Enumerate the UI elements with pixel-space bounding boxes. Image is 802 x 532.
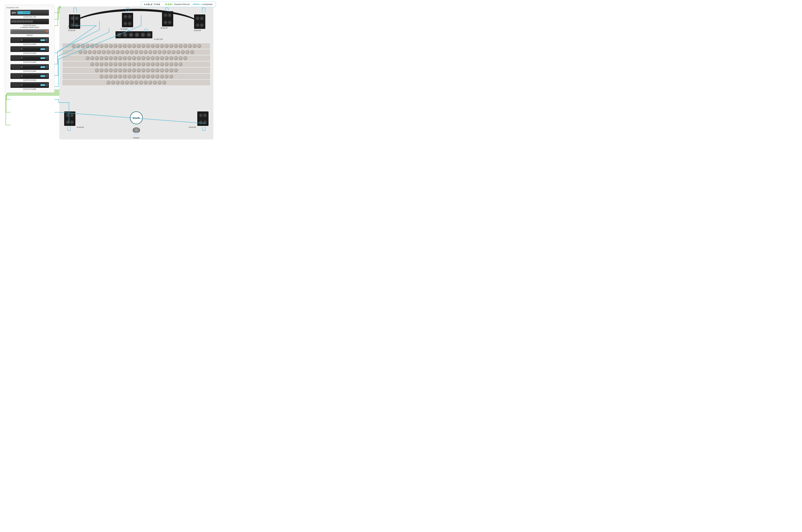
speaker-front-left bbox=[69, 15, 80, 29]
amp-vent-4 bbox=[12, 65, 20, 69]
amp-vent-1 bbox=[12, 38, 20, 42]
amp-knob-3 bbox=[21, 57, 22, 59]
led-3 bbox=[26, 12, 27, 13]
cxq6-device: Q-SYS Q-SYS CX-Q 8K8 bbox=[6, 82, 53, 90]
svg-rect-2 bbox=[168, 3, 169, 5]
amp-controls-5 bbox=[23, 75, 40, 77]
speaker-fl-label: SC424-8F bbox=[68, 30, 76, 32]
cxq5-unit: Q-SYS bbox=[11, 73, 49, 79]
amp-vent-3 bbox=[12, 56, 20, 60]
venue-area: SC424-8F SC424-8F SC424-8F SC424-8F 4 x … bbox=[59, 6, 213, 139]
port-5 bbox=[22, 20, 24, 22]
legend-title: CABLE TYPE bbox=[144, 3, 161, 6]
cxq3-device: Q-SYS Q-SYS CX-Q 4K4 bbox=[6, 55, 53, 63]
loudspeaker-icon: ≋≋≋≋ bbox=[193, 3, 201, 6]
seat-row-5 bbox=[62, 68, 210, 73]
amp-knob-2 bbox=[21, 49, 22, 50]
amp-ports-6 bbox=[46, 83, 48, 87]
seat-row-4 bbox=[62, 61, 210, 67]
seating-section bbox=[62, 43, 210, 86]
port-3 bbox=[17, 20, 19, 22]
ns-series-device: Q-SYS NS Seriesor standard network switc… bbox=[6, 19, 53, 28]
amp-controls-1 bbox=[23, 39, 40, 41]
qsc-display bbox=[18, 11, 30, 14]
bracket-sub-right bbox=[144, 29, 148, 32]
cxq6-unit: Q-SYS bbox=[11, 82, 49, 88]
bracket-sub-left bbox=[125, 29, 128, 32]
amp-ports-1 bbox=[46, 39, 48, 41]
amp-vent-5 bbox=[12, 74, 20, 78]
bracket-bl-bottom bbox=[67, 127, 71, 131]
speaker-front-center bbox=[122, 13, 133, 27]
dcio-unit bbox=[11, 29, 49, 34]
amp-vent-6 bbox=[12, 83, 20, 87]
speaker-back-right bbox=[197, 111, 208, 126]
seat-row-2 bbox=[62, 50, 210, 55]
led-1 bbox=[23, 12, 24, 13]
dcio-led bbox=[46, 31, 48, 32]
cxq6-label: Q-SYS CX-Q 8K8 bbox=[23, 88, 36, 90]
svg-text:≋≋≋≋: ≋≋≋≋ bbox=[193, 3, 198, 4]
rack-title: Equipment rack bbox=[6, 6, 53, 8]
amp-knob-4 bbox=[21, 66, 22, 68]
led-2 bbox=[24, 12, 25, 13]
port-4 bbox=[20, 20, 22, 22]
amp-knob-6 bbox=[21, 84, 22, 86]
cxq3-unit: Q-SYS bbox=[11, 55, 49, 61]
seat-row-6 bbox=[62, 74, 210, 79]
seat-row-3 bbox=[62, 56, 210, 61]
bracket-br-bottom bbox=[202, 127, 205, 131]
amp-controls-3 bbox=[23, 57, 40, 59]
qsys-badge-6: Q-SYS bbox=[40, 84, 45, 86]
cxq4-unit: Q-SYS bbox=[11, 64, 49, 70]
qsys-badge-3: Q-SYS bbox=[40, 57, 45, 59]
qsys-badge-4: Q-SYS bbox=[40, 66, 45, 68]
led-4 bbox=[27, 12, 28, 13]
cxq3-label: Q-SYS CX-Q 4K4 bbox=[23, 61, 36, 63]
cxq2-label: Q-SYS CX-Q 4K4 bbox=[23, 53, 36, 54]
legend-box: CABLE TYPE Standard Ethernet ≋≋≋≋ Loudsp… bbox=[141, 2, 216, 7]
ethernet-icon bbox=[165, 3, 173, 6]
qsc-core-unit: QSC bbox=[11, 10, 49, 16]
amp-vent-2 bbox=[12, 47, 20, 51]
projector-body bbox=[133, 127, 140, 133]
legend-loudspeaker: ≋≋≋≋ Loudspeaker bbox=[193, 3, 213, 6]
speaker-bl-label: SC424-8F bbox=[77, 127, 84, 128]
amp-controls-4 bbox=[23, 66, 40, 68]
projector-light bbox=[132, 133, 141, 136]
amp-knob-1 bbox=[21, 39, 22, 41]
qsys-badge-5: Q-SYS bbox=[40, 75, 45, 77]
led-5 bbox=[29, 12, 30, 13]
equipment-rack: Equipment rack QSC Q-SYS Core 110f bbox=[5, 5, 55, 93]
projector: Projector bbox=[132, 127, 141, 139]
booth-label: Booth bbox=[133, 117, 140, 119]
cxq4-device: Q-SYS Q-SYS CX-Q 4K4 bbox=[6, 64, 53, 72]
booth-circle: Booth bbox=[130, 111, 143, 124]
port-8 bbox=[31, 20, 33, 22]
speaker-back-left bbox=[64, 111, 75, 126]
qsc-logo: QSC bbox=[12, 12, 16, 14]
svg-rect-1 bbox=[166, 3, 166, 5]
loudspeaker-label: Loudspeaker bbox=[202, 3, 213, 5]
dcio-label: DCIO-H bbox=[27, 35, 33, 36]
speaker-front-rc bbox=[162, 11, 173, 26]
seat-row-7 bbox=[62, 80, 210, 85]
amp-controls-2 bbox=[23, 48, 40, 50]
amp-knob-5 bbox=[21, 75, 22, 77]
speaker-frc-label: SC424-8F bbox=[161, 27, 168, 29]
qsys-badge-1: Q-SYS bbox=[40, 39, 45, 41]
cxq2-unit: Q-SYS bbox=[11, 46, 49, 52]
bracket-fl-top bbox=[73, 8, 77, 13]
amp-ports-3 bbox=[46, 57, 48, 59]
ns-series-label: Q-SYS NS Seriesor standard network switc… bbox=[20, 25, 39, 28]
cxq2-device: Q-SYS Q-SYS CX-Q 4K4 bbox=[6, 46, 53, 54]
cxq1-unit: Q-SYS bbox=[11, 37, 49, 43]
qsc-core-label: Q-SYS Core 110f bbox=[23, 16, 36, 18]
qsys-badge-2: Q-SYS bbox=[40, 48, 45, 50]
amp-controls-6 bbox=[23, 84, 40, 86]
legend-ethernet: Standard Ethernet bbox=[165, 3, 190, 6]
dcio-device: DCIO-H bbox=[6, 29, 53, 36]
bracket-frc-top bbox=[165, 8, 168, 11]
cxq1-device: Q-SYS Q-SYS CX-Q 4K4 bbox=[6, 37, 53, 45]
port-7 bbox=[28, 20, 30, 22]
